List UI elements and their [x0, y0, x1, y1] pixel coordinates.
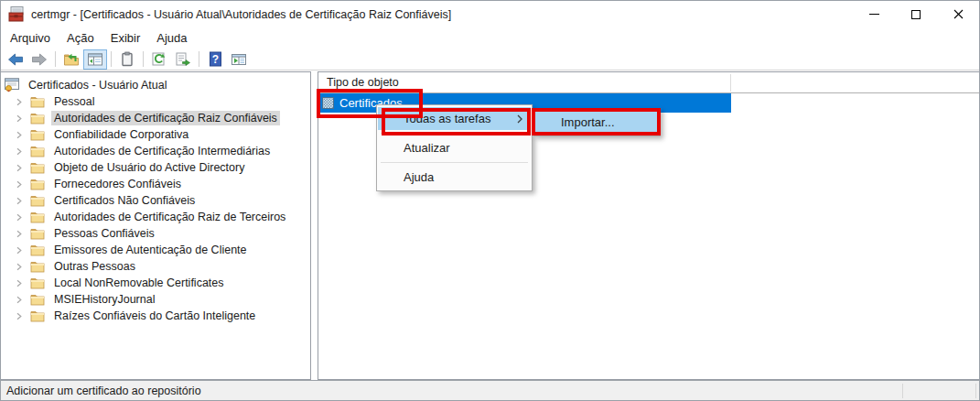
tree-item-certificados-nao-confiaveis[interactable]: Certificados Não Confiáveis: [1, 192, 310, 209]
column-header-tipo-de-objeto[interactable]: Tipo de objeto: [318, 72, 979, 93]
tree-item-label: Raízes Confiáveis do Cartão Inteligente: [51, 309, 258, 323]
tree-root-label: Certificados - Usuário Atual: [26, 78, 169, 92]
maximize-icon: [911, 10, 921, 19]
context-menu: Todas as tarefas Atualizar Ajuda: [376, 104, 533, 191]
status-bar-divider: [902, 384, 903, 398]
svg-text:?: ?: [211, 53, 218, 66]
tree-root-certificados-usuario-atual[interactable]: Certificados - Usuário Atual: [1, 77, 310, 93]
folder-icon: [30, 277, 45, 289]
menu-bar: Arquivo Ação Exibir Ajuda: [1, 27, 979, 49]
refresh-icon: [151, 51, 167, 67]
context-menu-item-label: Todas as tarefas: [404, 112, 490, 125]
context-menu-separator: [381, 162, 528, 163]
tree-item-label: Local NonRemovable Certificates: [51, 276, 227, 290]
context-menu-item-todas-as-tarefas[interactable]: Todas as tarefas: [378, 107, 531, 130]
context-menu-separator: [381, 133, 528, 134]
tree-item-label: MSIEHistoryJournal: [51, 292, 157, 307]
tree-item-label: Pessoal: [51, 94, 97, 109]
tree-item-label-selected: Autoridades de Certificação Raiz Confiáv…: [51, 111, 280, 125]
title-bar: certmgr - [Certificados - Usuário Atual\…: [1, 1, 979, 27]
chevron-right-icon[interactable]: [15, 147, 23, 156]
maximize-button[interactable]: [895, 1, 937, 27]
context-menu-item-label: Ajuda: [404, 170, 434, 184]
chevron-right-icon[interactable]: [15, 296, 23, 304]
context-menu-item-atualizar[interactable]: Atualizar: [378, 136, 531, 159]
chevron-right-icon[interactable]: [15, 246, 23, 255]
certificates-root-icon: [4, 78, 20, 92]
folder-icon: [30, 310, 45, 322]
tree-item-objeto-active-directory[interactable]: Objeto de Usuário do Active Directory: [1, 159, 310, 176]
help-button[interactable]: ?: [203, 49, 227, 70]
minimize-button[interactable]: [853, 1, 895, 27]
column-header-label: Tipo de objeto: [327, 76, 399, 89]
column-divider[interactable]: [730, 74, 731, 92]
window-controls: [853, 1, 979, 27]
folder-icon: [30, 294, 45, 306]
certmgr-window: certmgr - [Certificados - Usuário Atual\…: [0, 0, 980, 401]
tree-item-autoridades-intermediarias[interactable]: Autoridades de Certificação Intermediári…: [1, 143, 310, 159]
chevron-right-icon[interactable]: [15, 131, 23, 139]
show-hide-console-tree-button[interactable]: [83, 49, 107, 70]
tree-item-fornecedores-confiaveis[interactable]: Fornecedores Confiáveis: [1, 176, 310, 192]
toolbar: ?: [1, 49, 979, 70]
forward-button[interactable]: [27, 49, 51, 70]
tree-item-pessoal[interactable]: Pessoal: [1, 93, 310, 110]
action-pane-icon: [231, 52, 247, 67]
tree-item-label: Objeto de Usuário do Active Directory: [51, 160, 247, 175]
menu-exibir[interactable]: Exibir: [102, 28, 149, 48]
status-bar-divider: [975, 384, 976, 398]
tree-item-label: Autoridades de Certificação Intermediári…: [51, 144, 273, 158]
tree-item-emissores-autenticacao-cliente[interactable]: Emissores de Autenticação de Cliente: [1, 242, 310, 258]
tree-item-outras-pessoas[interactable]: Outras Pessoas: [1, 258, 310, 275]
paste-button[interactable]: [115, 49, 139, 70]
close-button[interactable]: [937, 1, 979, 27]
back-button[interactable]: [4, 49, 27, 70]
folder-icon: [30, 195, 45, 207]
tree-item-msiehistoryjournal[interactable]: MSIEHistoryJournal: [1, 291, 310, 308]
console-tree-icon: [87, 52, 103, 67]
chevron-right-icon[interactable]: [15, 263, 23, 271]
folder-icon: [30, 179, 45, 190]
chevron-right-icon[interactable]: [15, 312, 23, 320]
context-menu-item-ajuda[interactable]: Ajuda: [378, 166, 531, 189]
folder-icon: [30, 96, 45, 108]
show-hide-action-pane-button[interactable]: [227, 49, 251, 70]
tree-item-label: Certificados Não Confiáveis: [51, 193, 198, 208]
chevron-right-icon[interactable]: [15, 98, 23, 106]
certificates-store-icon: [322, 97, 334, 109]
tree-item-label: Outras Pessoas: [51, 259, 138, 274]
tree-item-local-nonremovable-certificates[interactable]: Local NonRemovable Certificates: [1, 275, 310, 291]
chevron-right-icon[interactable]: [15, 114, 23, 123]
chevron-right-icon[interactable]: [15, 213, 23, 222]
context-menu-item-label: Atualizar: [404, 141, 450, 155]
folder-icon: [30, 211, 45, 223]
tree-item-pessoas-confiaveis[interactable]: Pessoas Confiáveis: [1, 225, 310, 242]
export-list-button[interactable]: [171, 49, 195, 70]
tree-item-confiabilidade-corporativa[interactable]: Confiabilidade Corporativa: [1, 126, 310, 143]
chevron-right-icon[interactable]: [15, 230, 23, 238]
chevron-right-icon[interactable]: [15, 164, 23, 172]
folder-icon: [30, 244, 45, 256]
export-list-icon: [175, 51, 191, 67]
chevron-right-icon[interactable]: [15, 180, 23, 189]
refresh-button[interactable]: [147, 49, 171, 70]
folder-icon: [30, 129, 45, 141]
tree-item-label: Autoridades de Certificação Raiz de Terc…: [51, 210, 288, 224]
chevron-right-icon[interactable]: [15, 197, 23, 205]
menu-ajuda[interactable]: Ajuda: [148, 28, 195, 48]
tree-item-autoridades-raiz-terceiros[interactable]: Autoridades de Certificação Raiz de Terc…: [1, 209, 310, 225]
up-one-level-button[interactable]: [59, 49, 83, 70]
clipboard-icon: [119, 51, 135, 67]
minimize-icon: [869, 14, 879, 15]
tree-item-raizes-cartao-inteligente[interactable]: Raízes Confiáveis do Cartão Inteligente: [1, 308, 310, 324]
menu-arquivo[interactable]: Arquivo: [2, 28, 59, 48]
window-title: certmgr - [Certificados - Usuário Atual\…: [31, 8, 451, 21]
toolbar-separator: [199, 51, 199, 67]
certmgr-app-icon: [8, 5, 26, 23]
back-icon: [7, 52, 24, 67]
submenu-item-importar[interactable]: Importar...: [535, 111, 659, 134]
chevron-right-icon[interactable]: [15, 279, 23, 287]
tree-item-autoridades-raiz-confiaveis[interactable]: Autoridades de Certificação Raiz Confiáv…: [1, 110, 310, 126]
menu-acao[interactable]: Ação: [59, 28, 102, 48]
folder-icon: [30, 162, 45, 174]
